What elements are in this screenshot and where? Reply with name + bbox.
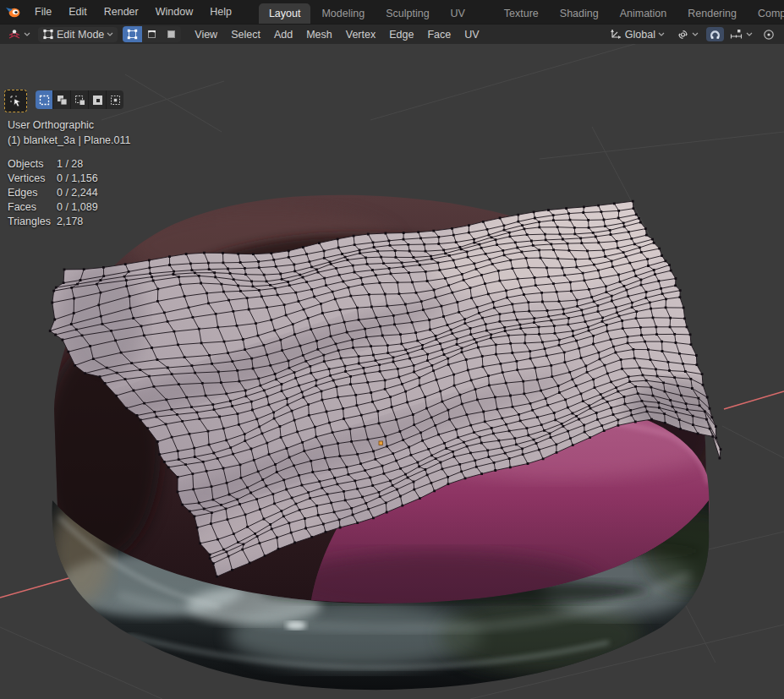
- select-mode-buttons: [123, 26, 181, 42]
- pivot-point-icon: [677, 29, 689, 41]
- snap-magnet-icon: [710, 29, 721, 40]
- tab-layout[interactable]: Layout: [259, 3, 311, 24]
- tab-compositing[interactable]: Compositing: [748, 3, 784, 24]
- menu-mesh[interactable]: Mesh: [299, 25, 339, 45]
- proportional-editing-button[interactable]: [759, 27, 779, 42]
- topbar: File Edit Render Window Help Layout Mode…: [0, 0, 784, 24]
- vertex-select-button[interactable]: [123, 26, 142, 42]
- chevron-down-icon: [658, 32, 665, 36]
- menu-view[interactable]: View: [188, 25, 224, 45]
- view-name: User Orthographic: [8, 118, 130, 133]
- edge-select-button[interactable]: [142, 26, 162, 42]
- tab-modeling[interactable]: Modeling: [311, 3, 375, 24]
- select-extend-icon: [57, 95, 68, 106]
- menu-render[interactable]: Render: [96, 0, 147, 24]
- select-subtract-icon: [74, 95, 85, 106]
- tab-uv-editing[interactable]: UV Editing: [441, 3, 493, 24]
- stat-vertices: Vertices0 / 1,156: [8, 172, 130, 186]
- blender-logo-icon[interactable]: [0, 0, 26, 24]
- chevron-down-icon: [692, 32, 699, 36]
- editor-type-button[interactable]: [3, 27, 35, 42]
- viewport-menus: View Select Add Mesh Vertex Edge Face UV: [188, 25, 485, 45]
- select-set-icon: [39, 95, 50, 106]
- chevron-down-icon: [746, 32, 753, 36]
- vertex-select-icon: [127, 29, 138, 40]
- menu-window[interactable]: Window: [147, 0, 201, 24]
- cursor-tweak-icon: [9, 95, 23, 108]
- stat-triangles: Triangles2,178: [8, 215, 130, 229]
- select-box-mode-buttons: [36, 90, 123, 109]
- object-origin-dot: [379, 441, 383, 445]
- viewport-stats-overlay: User Orthographic (1) blanket_3a | Plane…: [8, 118, 130, 229]
- snap-target-icon: [730, 29, 743, 40]
- select-intersect-icon: [110, 95, 121, 106]
- mode-dropdown[interactable]: Edit Mode: [38, 27, 118, 42]
- select-mode-set-button[interactable]: [36, 90, 53, 109]
- scene-statistics: Objects1 / 28 Vertices0 / 1,156 Edges0 /…: [8, 157, 130, 229]
- menu-file[interactable]: File: [26, 0, 60, 24]
- stat-faces: Faces0 / 1,089: [8, 200, 130, 215]
- tab-rendering[interactable]: Rendering: [677, 3, 747, 24]
- menu-select[interactable]: Select: [224, 25, 267, 45]
- select-invert-icon: [92, 95, 103, 106]
- blender-window: File Edit Render Window Help Layout Mode…: [0, 0, 784, 699]
- select-mode-extend-button[interactable]: [53, 90, 71, 109]
- snap-toggle-button[interactable]: [706, 27, 724, 41]
- menu-edge[interactable]: Edge: [382, 25, 420, 45]
- proportional-editing-icon: [763, 29, 775, 41]
- tab-sculpting[interactable]: Sculpting: [376, 3, 439, 24]
- tab-texture-paint[interactable]: Texture Paint: [494, 3, 549, 24]
- select-mode-intersect-button[interactable]: [107, 90, 123, 109]
- tab-animation[interactable]: Animation: [610, 3, 677, 24]
- edit-mode-cube-icon: [42, 29, 54, 40]
- mode-label: Edit Mode: [57, 29, 104, 41]
- tab-shading[interactable]: Shading: [550, 3, 609, 24]
- workspace-tabs: Layout Modeling Sculpting UV Editing Tex…: [259, 0, 784, 24]
- face-select-button[interactable]: [162, 26, 181, 42]
- menu-help[interactable]: Help: [201, 0, 240, 24]
- menu-uv[interactable]: UV: [458, 25, 485, 45]
- stat-objects: Objects1 / 28: [8, 157, 130, 172]
- active-object-name: (1) blanket_3a | Plane.011: [8, 134, 130, 148]
- orientation-label: Global: [625, 29, 655, 41]
- tool-settings-overlay: [4, 90, 123, 112]
- menu-face[interactable]: Face: [420, 25, 458, 45]
- transform-orientation-dropdown[interactable]: Global: [606, 27, 669, 42]
- orientation-axis-icon: [610, 29, 622, 40]
- menu-vertex[interactable]: Vertex: [339, 25, 382, 45]
- edge-select-icon: [146, 29, 157, 40]
- pivot-point-dropdown[interactable]: [672, 27, 703, 42]
- snap-target-dropdown[interactable]: [727, 27, 755, 41]
- chevron-down-icon: [107, 32, 113, 36]
- menu-edit[interactable]: Edit: [60, 0, 96, 24]
- face-select-icon: [166, 29, 177, 40]
- main-menus: File Edit Render Window Help: [26, 0, 240, 24]
- active-tool-tweak-button[interactable]: [4, 90, 27, 112]
- select-mode-invert-button[interactable]: [89, 90, 107, 109]
- chevron-down-icon: [24, 32, 30, 36]
- 3d-viewport[interactable]: User Orthographic (1) blanket_3a | Plane…: [0, 44, 784, 699]
- editor-type-icon: [8, 29, 21, 41]
- menu-add[interactable]: Add: [267, 25, 299, 45]
- select-mode-subtract-button[interactable]: [71, 90, 89, 109]
- stat-edges: Edges0 / 2,244: [8, 186, 130, 200]
- viewport-header: Edit Mode: [0, 24, 784, 44]
